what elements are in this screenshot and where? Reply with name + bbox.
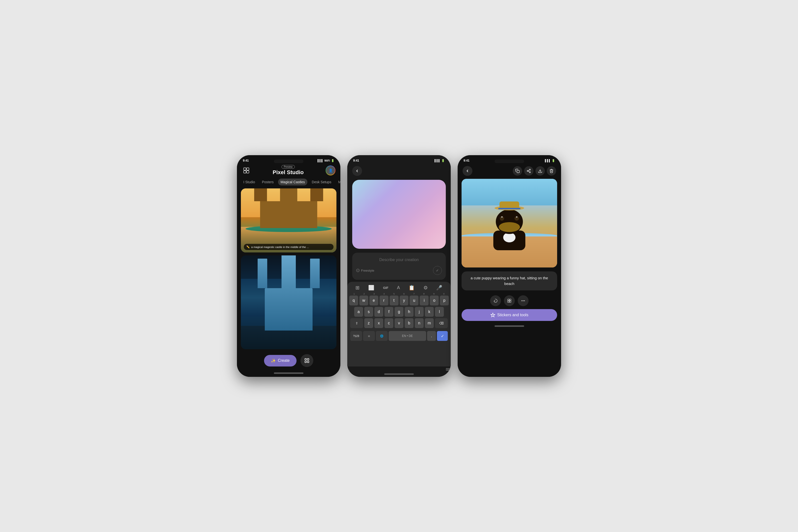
- key-shift[interactable]: ⇧: [350, 318, 363, 328]
- gradient-canvas[interactable]: [352, 180, 446, 249]
- key-f[interactable]: f: [384, 307, 393, 317]
- key-h[interactable]: h: [405, 307, 414, 317]
- key-n[interactable]: n: [415, 318, 424, 328]
- avatar[interactable]: 👤: [326, 166, 336, 175]
- copy-button[interactable]: [513, 166, 522, 176]
- back-button-3[interactable]: [462, 166, 472, 176]
- gallery-icon[interactable]: [242, 166, 251, 175]
- key-period[interactable]: .: [427, 331, 436, 341]
- keyboard-settings-icon[interactable]: ⚙: [423, 285, 428, 291]
- keyboard-gif-icon[interactable]: GIF: [383, 286, 388, 290]
- tab-posters[interactable]: Posters: [259, 178, 276, 186]
- tab-desk-setups[interactable]: Desk Setups: [309, 178, 334, 186]
- download-button[interactable]: [535, 166, 545, 176]
- ice-tower-left: [258, 259, 267, 288]
- key-space[interactable]: EN • DE: [389, 331, 426, 341]
- caption-icon: ✏️: [246, 245, 250, 248]
- key-a[interactable]: a: [354, 307, 363, 317]
- drag-down-icon[interactable]: ⌄: [347, 367, 350, 372]
- prompt-box: a cute puppy wearing a funny hat, sittin…: [461, 271, 557, 290]
- keyboard-clip-icon[interactable]: ⬜: [368, 285, 374, 291]
- key-row-1: q w e r t y u i o p: [349, 296, 449, 305]
- svg-line-14: [528, 171, 529, 172]
- status-bar-3: 9:41 ▌▌▌ 🔋: [458, 155, 561, 164]
- num-1: 1: [350, 292, 359, 295]
- key-x[interactable]: x: [374, 318, 383, 328]
- key-m[interactable]: m: [425, 318, 434, 328]
- share-button[interactable]: [524, 166, 533, 176]
- key-row-2: a s d f g h j k l: [349, 307, 449, 317]
- dog-head: [496, 209, 523, 234]
- tab-studio[interactable]: I Studio: [241, 178, 258, 186]
- keyboard-icon[interactable]: ⌨: [446, 367, 451, 372]
- key-123[interactable]: ?123: [350, 331, 362, 341]
- castle-image-1[interactable]: ✏️ a magical magestic castle in the midd…: [241, 188, 337, 252]
- castle-tower-center: [280, 188, 297, 201]
- key-d[interactable]: d: [374, 307, 383, 317]
- svg-rect-18: [510, 299, 511, 301]
- keyboard-clipboard-icon[interactable]: 📋: [408, 285, 415, 291]
- key-l[interactable]: l: [435, 307, 444, 317]
- svg-rect-10: [517, 170, 519, 173]
- svg-rect-3: [247, 171, 249, 173]
- create-button[interactable]: ✨ Create: [264, 355, 297, 366]
- keyboard-apps-icon[interactable]: ⊞: [356, 285, 360, 291]
- castle-silhouette: [260, 201, 318, 228]
- key-r[interactable]: r: [380, 296, 388, 305]
- svg-rect-20: [510, 301, 511, 302]
- freestyle-label: Freestyle: [361, 269, 374, 272]
- key-j[interactable]: j: [415, 307, 424, 317]
- phone3-header: [458, 164, 561, 178]
- phone-2-screen: 9:41 ▌▌▌ 🔋: [347, 155, 451, 377]
- key-g[interactable]: g: [395, 307, 403, 317]
- delete-button[interactable]: [547, 166, 556, 176]
- key-y[interactable]: y: [400, 296, 408, 305]
- home-indicator-2: [384, 374, 414, 375]
- svg-rect-0: [244, 168, 246, 170]
- key-e[interactable]: e: [369, 296, 378, 305]
- tab-magical-castles[interactable]: Magical Castles: [278, 178, 307, 186]
- num-2: 2: [360, 292, 369, 295]
- variations-button[interactable]: [504, 295, 515, 306]
- key-z[interactable]: z: [364, 318, 373, 328]
- key-i[interactable]: i: [420, 296, 429, 305]
- num-0: 0: [440, 292, 449, 295]
- key-k[interactable]: k: [425, 307, 434, 317]
- castle-tower-left: [254, 188, 267, 201]
- keyboard-rows: q w e r t y u i o p a: [348, 296, 450, 328]
- key-v[interactable]: v: [395, 318, 403, 328]
- key-s[interactable]: s: [364, 307, 373, 317]
- key-o[interactable]: o: [430, 296, 439, 305]
- key-t[interactable]: t: [390, 296, 399, 305]
- key-emoji[interactable]: ☺: [363, 331, 375, 341]
- phone2-top: [347, 164, 451, 178]
- svg-rect-19: [508, 301, 509, 302]
- regenerate-button[interactable]: [490, 295, 501, 306]
- key-p[interactable]: p: [440, 296, 449, 305]
- check-button[interactable]: ✓: [433, 266, 442, 275]
- key-u[interactable]: u: [410, 296, 418, 305]
- category-tabs: I Studio Posters Magical Castles Desk Se…: [237, 177, 340, 187]
- castle-image-2[interactable]: [241, 255, 337, 349]
- phone-1-screen: 9:41 ▌▌▌ WiFi 🔋: [237, 155, 340, 377]
- describe-area[interactable]: Describe your creation Freestyle ✓: [352, 253, 446, 280]
- key-w[interactable]: w: [359, 296, 368, 305]
- status-time-1: 9:41: [243, 159, 249, 162]
- puppy-image[interactable]: [461, 179, 557, 267]
- key-b[interactable]: b: [405, 318, 414, 328]
- key-enter[interactable]: ✓: [437, 331, 448, 341]
- more-options-button[interactable]: [518, 295, 529, 306]
- tab-men[interactable]: Men: [336, 178, 340, 186]
- keyboard-mic-icon[interactable]: 🎤: [436, 285, 442, 291]
- stickers-tools-button[interactable]: Stickers and tools: [461, 309, 557, 321]
- key-q[interactable]: q: [349, 296, 358, 305]
- import-button[interactable]: [301, 354, 313, 367]
- key-backspace[interactable]: ⌫: [435, 318, 448, 328]
- back-button-2[interactable]: [352, 166, 362, 176]
- key-globe[interactable]: 🌐: [376, 331, 388, 341]
- phone1-header: Preview Pixel Studio 👤: [237, 164, 340, 177]
- svg-rect-6: [305, 361, 306, 363]
- key-c[interactable]: c: [384, 318, 393, 328]
- status-bar-1: 9:41 ▌▌▌ WiFi 🔋: [237, 155, 340, 164]
- keyboard-text-icon[interactable]: A: [397, 285, 400, 290]
